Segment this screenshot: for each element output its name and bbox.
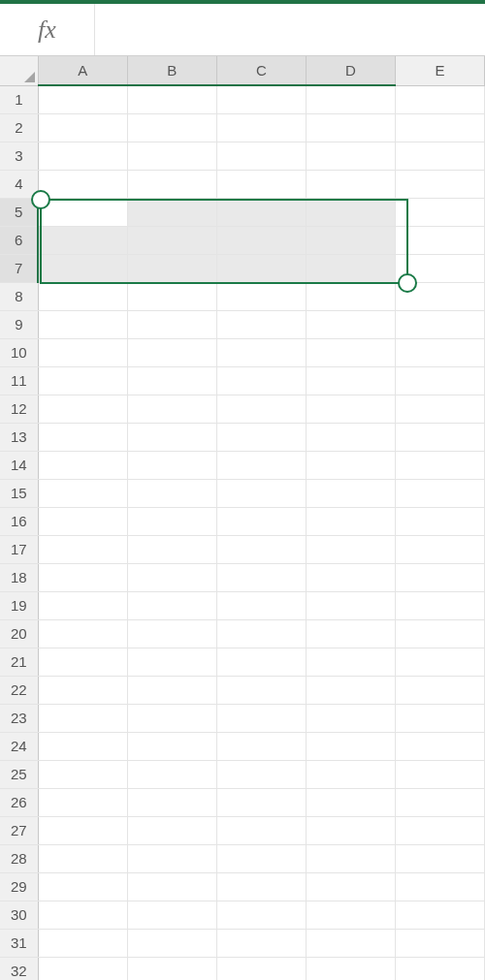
cell-D4[interactable]: [306, 170, 395, 198]
cell-E11[interactable]: [395, 366, 484, 395]
cell-B10[interactable]: [127, 338, 216, 366]
cell-A13[interactable]: [38, 423, 127, 451]
row-header-28[interactable]: 28: [0, 844, 38, 872]
row-header-10[interactable]: 10: [0, 338, 38, 366]
cell-C6[interactable]: [216, 226, 306, 254]
cell-C5[interactable]: [216, 198, 306, 226]
cell-B6[interactable]: [127, 226, 216, 254]
cell-C13[interactable]: [216, 423, 306, 451]
cell-D2[interactable]: [306, 113, 395, 142]
cell-B31[interactable]: [127, 929, 216, 957]
cell-A24[interactable]: [38, 732, 127, 760]
row-header-22[interactable]: 22: [0, 676, 38, 704]
cell-D11[interactable]: [306, 366, 395, 395]
cell-D15[interactable]: [306, 479, 395, 507]
cell-B12[interactable]: [127, 395, 216, 423]
cell-D14[interactable]: [306, 451, 395, 479]
cell-B30[interactable]: [127, 901, 216, 929]
cell-A1[interactable]: [38, 85, 127, 113]
cell-B2[interactable]: [127, 113, 216, 142]
cell-C23[interactable]: [216, 704, 306, 732]
cell-C26[interactable]: [216, 788, 306, 816]
cell-A26[interactable]: [38, 788, 127, 816]
cell-D16[interactable]: [306, 507, 395, 535]
cell-E28[interactable]: [395, 844, 484, 872]
cell-A7[interactable]: [38, 254, 127, 282]
cell-A32[interactable]: [38, 957, 127, 980]
cell-B5[interactable]: [127, 198, 216, 226]
cell-C9[interactable]: [216, 310, 306, 338]
row-header-3[interactable]: 3: [0, 142, 38, 170]
cell-B16[interactable]: [127, 507, 216, 535]
cell-B28[interactable]: [127, 844, 216, 872]
cell-E1[interactable]: [395, 85, 484, 113]
cell-E2[interactable]: [395, 113, 484, 142]
cell-E19[interactable]: [395, 591, 484, 619]
row-header-12[interactable]: 12: [0, 395, 38, 423]
cell-A11[interactable]: [38, 366, 127, 395]
cell-A5[interactable]: [38, 198, 127, 226]
cell-B32[interactable]: [127, 957, 216, 980]
cell-B18[interactable]: [127, 563, 216, 591]
row-header-11[interactable]: 11: [0, 366, 38, 395]
cell-D22[interactable]: [306, 676, 395, 704]
cell-A25[interactable]: [38, 760, 127, 788]
cell-B9[interactable]: [127, 310, 216, 338]
cell-E6[interactable]: [395, 226, 484, 254]
cell-C1[interactable]: [216, 85, 306, 113]
cell-E13[interactable]: [395, 423, 484, 451]
cell-A27[interactable]: [38, 816, 127, 844]
cell-E20[interactable]: [395, 619, 484, 648]
cell-B7[interactable]: [127, 254, 216, 282]
row-header-26[interactable]: 26: [0, 788, 38, 816]
cell-C12[interactable]: [216, 395, 306, 423]
cell-D13[interactable]: [306, 423, 395, 451]
col-header-C[interactable]: C: [216, 56, 306, 85]
cell-B1[interactable]: [127, 85, 216, 113]
cell-A20[interactable]: [38, 619, 127, 648]
cell-C20[interactable]: [216, 619, 306, 648]
fx-icon[interactable]: fx: [0, 4, 95, 55]
cell-E14[interactable]: [395, 451, 484, 479]
cell-A30[interactable]: [38, 901, 127, 929]
cell-B20[interactable]: [127, 619, 216, 648]
cell-E31[interactable]: [395, 929, 484, 957]
cell-B11[interactable]: [127, 366, 216, 395]
cell-B19[interactable]: [127, 591, 216, 619]
row-header-17[interactable]: 17: [0, 535, 38, 563]
cell-B3[interactable]: [127, 142, 216, 170]
cell-C10[interactable]: [216, 338, 306, 366]
cell-C21[interactable]: [216, 648, 306, 676]
cell-C30[interactable]: [216, 901, 306, 929]
cell-C29[interactable]: [216, 872, 306, 901]
cell-D10[interactable]: [306, 338, 395, 366]
cell-E10[interactable]: [395, 338, 484, 366]
row-header-21[interactable]: 21: [0, 648, 38, 676]
cell-D27[interactable]: [306, 816, 395, 844]
cell-E12[interactable]: [395, 395, 484, 423]
cell-B13[interactable]: [127, 423, 216, 451]
cell-E22[interactable]: [395, 676, 484, 704]
cell-C31[interactable]: [216, 929, 306, 957]
row-header-31[interactable]: 31: [0, 929, 38, 957]
cell-E30[interactable]: [395, 901, 484, 929]
cell-C3[interactable]: [216, 142, 306, 170]
cell-D31[interactable]: [306, 929, 395, 957]
cell-A10[interactable]: [38, 338, 127, 366]
cell-B26[interactable]: [127, 788, 216, 816]
cell-D12[interactable]: [306, 395, 395, 423]
select-all-corner[interactable]: [0, 56, 38, 85]
cell-E29[interactable]: [395, 872, 484, 901]
formula-input[interactable]: [95, 4, 485, 55]
cell-E5[interactable]: [395, 198, 484, 226]
cell-D23[interactable]: [306, 704, 395, 732]
cell-D20[interactable]: [306, 619, 395, 648]
cell-C7[interactable]: [216, 254, 306, 282]
cell-B25[interactable]: [127, 760, 216, 788]
col-header-A[interactable]: A: [38, 56, 127, 85]
cell-C14[interactable]: [216, 451, 306, 479]
cell-D19[interactable]: [306, 591, 395, 619]
cell-B27[interactable]: [127, 816, 216, 844]
cell-E26[interactable]: [395, 788, 484, 816]
row-header-29[interactable]: 29: [0, 872, 38, 901]
